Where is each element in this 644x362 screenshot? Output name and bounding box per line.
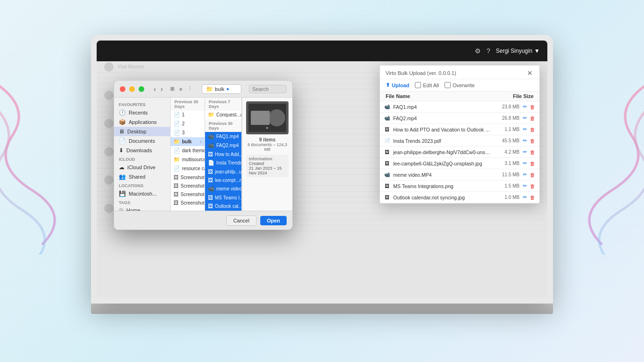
edit-file-button[interactable]: ✏: [522, 148, 528, 156]
file-type-icon: 📹: [384, 172, 390, 178]
picker-item-1[interactable]: 📄1: [171, 110, 205, 119]
picker-item-multisource[interactable]: 📁multisource: [171, 155, 205, 164]
edit-file-button[interactable]: ✏: [522, 103, 528, 110]
picker-item-bulk[interactable]: 📁bulk›: [171, 137, 205, 146]
close-dialog-button[interactable]: ✕: [526, 69, 534, 77]
cancel-button[interactable]: Cancel: [226, 215, 256, 226]
picker-item-screenshot1[interactable]: 🖼Screenshot...at 23.13.03: [171, 173, 205, 181]
dialog-title-text: Virto Bulk Upload (ver. 0.0.0.1): [386, 70, 456, 76]
file-icon: 📄: [173, 121, 180, 127]
maximize-window-dot[interactable]: [139, 86, 144, 92]
sidebar-item-tag-home[interactable]: Home: [114, 206, 170, 211]
preview-items-count: 9 items 9 documents – 124,3 MB: [246, 137, 289, 152]
open-button[interactable]: Open: [260, 216, 287, 225]
tag-home-dot: [119, 208, 124, 211]
sidebar-item-documents[interactable]: 📄 Documents: [114, 136, 170, 146]
overwrite-checkbox[interactable]: [445, 82, 451, 88]
upload-btn-label: Upload: [392, 82, 409, 88]
applications-icon: 📦: [119, 119, 126, 125]
picker-item-ms-teams[interactable]: 🖼MS Teams I...rations.png: [205, 193, 241, 202]
file-type-icon: 📹: [384, 104, 390, 110]
file-icon: 🖼: [208, 169, 213, 174]
sidebar-item-downloads[interactable]: ⬇ Downloads: [114, 146, 170, 155]
file-row-1: 📹 FAQ2.mp4 26.8 MB ✏ 🗑: [380, 113, 539, 124]
file-icon: 📹: [208, 133, 215, 140]
delete-file-button[interactable]: 🗑: [529, 138, 536, 144]
back-button[interactable]: ‹: [152, 84, 158, 94]
minimize-window-dot[interactable]: [129, 86, 135, 92]
edit-all-checkbox[interactable]: [415, 82, 421, 88]
picker-item-conquest[interactable]: 📁Conquest...are Articles›: [205, 110, 241, 119]
edit-file-button[interactable]: ✏: [522, 160, 528, 167]
edit-file-button[interactable]: ✏: [522, 137, 528, 144]
folder-badge: ●: [226, 86, 229, 91]
sidebar-item-shared[interactable]: 👥 Shared: [114, 172, 170, 181]
picker-item-meme[interactable]: 📹meme video.MP4: [205, 184, 241, 193]
picker-item-screenshot4[interactable]: 🖼Screenshot...at 22.56.15: [171, 198, 205, 207]
search-input[interactable]: [249, 85, 287, 93]
icon-view-button[interactable]: ⊞: [168, 85, 176, 93]
delete-file-button[interactable]: 🗑: [529, 160, 536, 167]
forward-button[interactable]: ›: [159, 84, 165, 94]
picker-item-dark-theme[interactable]: 📄dark theme: [171, 146, 205, 155]
sidebar-item-macintosh[interactable]: 💾 Macintosh...: [114, 189, 170, 198]
picker-nav: ‹ ›: [152, 84, 165, 94]
sidebar-item-desktop[interactable]: 🖥 Desktop: [114, 127, 170, 136]
column-view-button[interactable]: ⋮: [185, 85, 194, 93]
file-actions: ✏ 🗑: [522, 115, 536, 122]
edit-file-button[interactable]: ✏: [522, 182, 528, 189]
help-icon[interactable]: ?: [487, 47, 490, 55]
picker-item-faq1[interactable]: 📹FAQ1.mp4: [205, 132, 241, 141]
delete-file-button[interactable]: 🗑: [529, 115, 536, 122]
laptop-base: [91, 304, 553, 314]
picker-item-outlook[interactable]: 🖼Outlook cal...syncing.jpg: [205, 202, 241, 210]
delete-file-button[interactable]: 🗑: [529, 126, 536, 133]
file-type-icon: 📹: [384, 115, 390, 122]
picker-item-resource-calendar[interactable]: 📄resource calendar: [171, 164, 205, 173]
tags-label: Tags: [114, 198, 170, 206]
shared-icon: 👥: [119, 173, 126, 180]
file-name: jean-philippe-delberghe-NglV7ddCw0-unspl…: [393, 149, 491, 155]
picker-item-jean[interactable]: 🖼jean-philp...unsplash.jpg: [205, 167, 241, 176]
downloads-label: Downloads: [126, 148, 152, 153]
file-picker-dialog[interactable]: ‹ › ⊞ ≡ ⋮ 📁 bulk ●: [114, 80, 293, 230]
edit-file-button[interactable]: ✏: [522, 115, 528, 122]
picker-item-3[interactable]: 📄3: [171, 128, 205, 137]
sidebar-item-icloud-drive[interactable]: ☁ iCloud Drive: [114, 163, 170, 172]
col2-label-30days: Previous 30 Days: [205, 119, 241, 132]
svg-text:▶: ▶: [266, 126, 269, 129]
delete-file-button[interactable]: 🗑: [529, 172, 536, 178]
edit-file-button[interactable]: ✏: [522, 126, 528, 133]
items-count: 9 items: [246, 137, 289, 142]
file-size: 1.5 MB: [494, 183, 520, 189]
folder-icon: 📁: [206, 86, 213, 92]
picker-item-2[interactable]: 📄2: [171, 119, 205, 128]
edit-file-button[interactable]: ✏: [522, 194, 528, 201]
picker-item-screenshot2[interactable]: 🖼Screenshot...at 00.44.33: [171, 181, 205, 190]
list-view-button[interactable]: ≡: [177, 85, 184, 93]
overwrite-text: Overwrite: [453, 82, 475, 88]
sidebar-item-applications[interactable]: 📦 Applications: [114, 117, 170, 127]
picker-item-screenshot3[interactable]: 🖼Screenshot...1 at 17.17.10: [171, 190, 205, 198]
dropdown-icon[interactable]: ▼: [534, 48, 540, 54]
documents-icon: 📄: [119, 138, 126, 144]
settings-icon[interactable]: ⚙: [475, 47, 481, 55]
sidebar-item-recents[interactable]: 🕐 Recents: [114, 108, 170, 117]
edit-file-button[interactable]: ✏: [522, 171, 528, 178]
delete-file-button[interactable]: 🗑: [529, 104, 536, 110]
picker-item-faq2[interactable]: 📹FAQ2.mp4: [205, 141, 241, 150]
overwrite-label: Overwrite: [445, 82, 475, 88]
picker-item-seo[interactable]: 📄SEOmonstr...om1 (2).pdf: [205, 210, 241, 211]
close-window-dot[interactable]: [120, 86, 125, 92]
upload-button[interactable]: ⬆ Upload: [386, 82, 409, 88]
file-name: How to Add PTO and Vacation to Outlook C…: [393, 127, 491, 132]
file-actions: ✏ 🗑: [522, 182, 536, 189]
picker-item-lee[interactable]: 🖼lee-compt...nsplash.jpg: [205, 176, 241, 184]
picker-item-how-to[interactable]: 🖼How to Add...alendar .jpg: [205, 150, 241, 158]
file-type-icon: 🖼: [384, 160, 390, 167]
delete-file-button[interactable]: 🗑: [529, 149, 536, 156]
picker-item-insta[interactable]: 📄Insta Trends 2023.pdf: [205, 158, 241, 167]
file-type-icon: 📄: [384, 138, 390, 144]
delete-file-button[interactable]: 🗑: [529, 194, 536, 201]
delete-file-button[interactable]: 🗑: [529, 183, 536, 189]
